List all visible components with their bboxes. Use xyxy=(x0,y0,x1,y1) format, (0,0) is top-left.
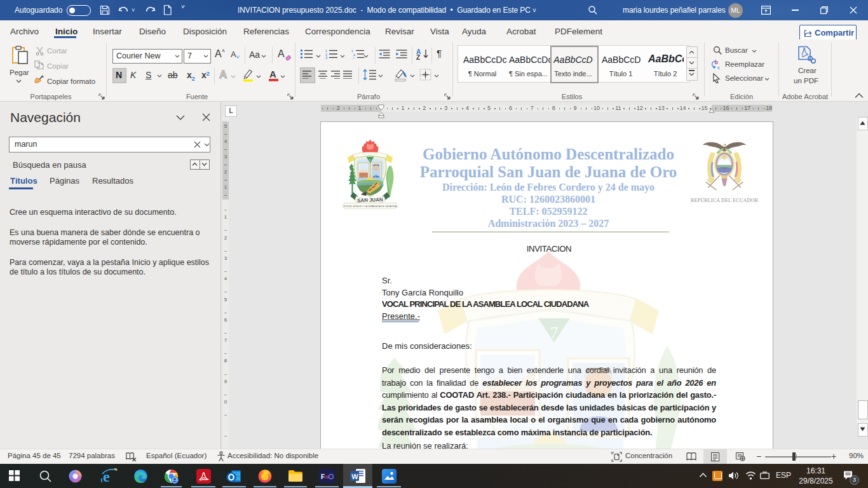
svg-text:W: W xyxy=(351,473,358,480)
svg-text:c: c xyxy=(717,65,720,71)
svg-text:i: i xyxy=(353,56,354,59)
svg-text:3: 3 xyxy=(325,56,327,59)
svg-text:F: F xyxy=(321,473,325,480)
